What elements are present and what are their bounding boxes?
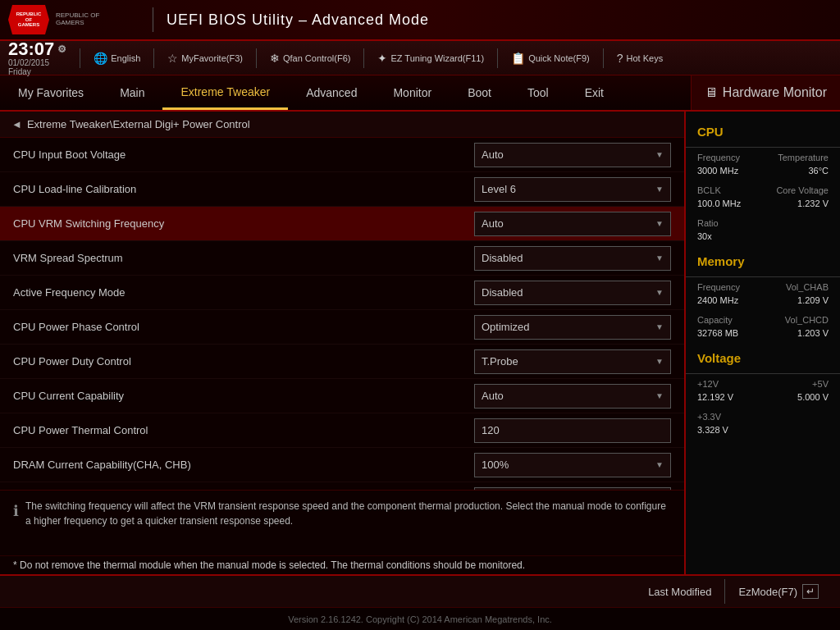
breadcrumb: ◄ Extreme Tweaker\External Digi+ Power C…	[0, 112, 684, 138]
hw-mem-cap-value-row: 32768 MB 1.203 V	[686, 326, 840, 340]
fan-icon: ❄	[270, 52, 280, 65]
chevron-down-icon: ▼	[655, 460, 664, 469]
hardware-monitor-nav[interactable]: 🖥 Hardware Monitor	[691, 75, 840, 110]
hw-cpu-corevolt-label: Core Voltage	[776, 185, 829, 195]
setting-row-dram-current-chc-chd[interactable]: DRAM Current Capability(CHC, CHD) 100% ▼	[0, 482, 684, 490]
chevron-down-icon: ▼	[655, 253, 664, 262]
hw-mem-volchcd-value: 1.203 V	[797, 328, 829, 338]
dropdown-cpu-loadline[interactable]: Level 6 ▼	[474, 177, 671, 202]
hw-cpu-temp-value: 36°C	[808, 166, 829, 176]
nav-monitor[interactable]: Monitor	[375, 75, 450, 110]
info-panel: ℹ The switching frequency will affect th…	[0, 490, 684, 555]
quick-note-label: Quick Note(F9)	[528, 53, 590, 63]
quick-note-button[interactable]: 📋 Quick Note(F9)	[504, 48, 596, 68]
setting-row-cpu-current-cap[interactable]: CPU Current Capability Auto ▼	[0, 379, 684, 413]
setting-row-cpu-loadline[interactable]: CPU Load-line Calibration Level 6 ▼	[0, 172, 684, 207]
dropdown-cpu-power-duty[interactable]: T.Probe ▼	[474, 349, 671, 374]
setting-label-cpu-vrm-switching: CPU VRM Switching Frequency	[13, 217, 474, 230]
breadcrumb-back[interactable]: ◄	[11, 118, 22, 130]
hot-keys-label: Hot Keys	[627, 53, 664, 63]
ez-mode-label: EzMode(F7)	[738, 586, 797, 598]
hw-volt-5-value: 5.000 V	[797, 392, 829, 402]
note-text: * Do not remove the thermal module when …	[13, 559, 525, 571]
nav-tool[interactable]: Tool	[509, 75, 567, 110]
setting-row-cpu-power-duty[interactable]: CPU Power Duty Control T.Probe ▼	[0, 345, 684, 379]
hw-volt-33-value-row: 3.328 V	[686, 423, 840, 436]
ez-mode-button[interactable]: EzMode(F7) ↵	[724, 579, 832, 604]
nav-exit[interactable]: Exit	[567, 75, 622, 110]
nav-boot[interactable]: Boot	[450, 75, 509, 110]
dropdown-cpu-current-cap[interactable]: Auto ▼	[474, 384, 671, 409]
setting-value-cpu-power-thermal[interactable]: 120	[474, 418, 671, 443]
setting-value-vrm-spread[interactable]: Disabled ▼	[474, 246, 671, 271]
nav-main[interactable]: Main	[102, 75, 162, 110]
setting-row-cpu-power-phase[interactable]: CPU Power Phase Control Optimized ▼	[0, 310, 684, 345]
language-label: English	[111, 53, 140, 63]
setting-value-cpu-input-boot[interactable]: Auto ▼	[474, 143, 671, 167]
hw-divider-1	[686, 147, 840, 148]
nav-my-favorites[interactable]: My Favorites	[0, 75, 102, 110]
hw-spacer-1	[686, 177, 840, 184]
globe-icon: 🌐	[94, 52, 107, 65]
hw-mem-volchcd-label: Vol_CHCD	[785, 315, 829, 325]
hw-cpu-ratio-value: 30x	[697, 231, 712, 241]
setting-row-cpu-input-boot[interactable]: CPU Input Boot Voltage Auto ▼	[0, 138, 684, 172]
myfavorite-button[interactable]: ☆ MyFavorite(F3)	[161, 48, 249, 68]
hw-cpu-bclk-row: BCLK Core Voltage	[686, 184, 840, 197]
hot-keys-button[interactable]: ? Hot Keys	[610, 48, 669, 68]
dropdown-cpu-vrm-switching[interactable]: Auto ▼	[474, 212, 671, 236]
info-icon: ℹ	[13, 500, 19, 523]
dropdown-cpu-input-boot[interactable]: Auto ▼	[474, 143, 671, 167]
datetime: 23:07 ⚙ 01/02/2015 Friday	[8, 40, 66, 76]
logo-text-2: GAMERS	[56, 20, 99, 27]
hw-cpu-ratio-label: Ratio	[697, 218, 719, 228]
hw-cpu-title: CPU	[686, 120, 840, 144]
hw-volt-12-value-row: 12.192 V 5.000 V	[686, 390, 840, 404]
setting-value-active-freq[interactable]: Disabled ▼	[474, 281, 671, 305]
hw-cpu-bclk-value-row: 100.0 MHz 1.232 V	[686, 197, 840, 210]
last-modified-button[interactable]: Last Modified	[635, 581, 724, 603]
dropdown-active-freq[interactable]: Disabled ▼	[474, 281, 671, 305]
setting-row-dram-current-cha-chb[interactable]: DRAM Current Capability(CHA, CHB) 100% ▼	[0, 448, 684, 482]
setting-value-cpu-power-duty[interactable]: T.Probe ▼	[474, 349, 671, 374]
language-button[interactable]: 🌐 English	[87, 48, 147, 68]
setting-value-cpu-vrm-switching[interactable]: Auto ▼	[474, 212, 671, 236]
setting-row-active-freq[interactable]: Active Frequency Mode Disabled ▼	[0, 276, 684, 310]
hw-spacer-2	[686, 210, 840, 217]
setting-row-vrm-spread[interactable]: VRM Spread Spectrum Disabled ▼	[0, 241, 684, 276]
dropdown-dram-current-cha-chb[interactable]: 100% ▼	[474, 453, 671, 477]
hw-volt-5-label: +5V	[812, 379, 829, 389]
dropdown-cpu-power-phase[interactable]: Optimized ▼	[474, 315, 671, 340]
nav-extreme-tweaker[interactable]: Extreme Tweaker	[162, 75, 288, 110]
dropdown-vrm-spread[interactable]: Disabled ▼	[474, 246, 671, 271]
setting-value-cpu-current-cap[interactable]: Auto ▼	[474, 384, 671, 409]
hw-spacer-6	[686, 404, 840, 410]
hw-cpu-bclk-value: 100.0 MHz	[697, 199, 741, 208]
setting-row-cpu-power-thermal[interactable]: CPU Power Thermal Control 120	[0, 413, 684, 448]
hotkeys-icon: ?	[617, 52, 623, 65]
hw-mem-volchab-value: 1.209 V	[797, 295, 829, 305]
ez-tuning-label: EZ Tuning Wizard(F11)	[390, 53, 484, 63]
chevron-down-icon: ▼	[655, 391, 664, 400]
hw-mem-volchab-label: Vol_CHAB	[786, 282, 829, 292]
ez-tuning-button[interactable]: ✦ EZ Tuning Wizard(F11)	[371, 48, 491, 68]
text-cpu-power-thermal[interactable]: 120	[474, 418, 671, 443]
chevron-down-icon: ▼	[655, 322, 664, 331]
clock-display: 23:07 ⚙	[8, 40, 66, 58]
settings-icon[interactable]: ⚙	[57, 44, 66, 54]
nav-advanced[interactable]: Advanced	[288, 75, 375, 110]
qfan-button[interactable]: ❄ Qfan Control(F6)	[263, 48, 358, 68]
myfavorite-label: MyFavorite(F3)	[181, 53, 243, 63]
setting-value-cpu-power-phase[interactable]: Optimized ▼	[474, 315, 671, 340]
hw-volt-12-label: +12V	[697, 379, 719, 389]
setting-value-cpu-loadline[interactable]: Level 6 ▼	[474, 177, 671, 202]
nav-bar: My Favorites Main Extreme Tweaker Advanc…	[0, 75, 840, 112]
setting-label-cpu-power-thermal: CPU Power Thermal Control	[13, 424, 474, 436]
hw-volt-33-value: 3.328 V	[697, 425, 728, 435]
toolbar-sep-3	[256, 48, 257, 68]
hw-spacer-5	[686, 340, 840, 346]
setting-label-cpu-current-cap: CPU Current Capability	[13, 390, 474, 402]
setting-row-cpu-vrm-switching[interactable]: CPU VRM Switching Frequency Auto ▼	[0, 207, 684, 241]
hw-mem-cap-row: Capacity Vol_CHCD	[686, 313, 840, 326]
setting-value-dram-current-cha-chb[interactable]: 100% ▼	[474, 453, 671, 477]
